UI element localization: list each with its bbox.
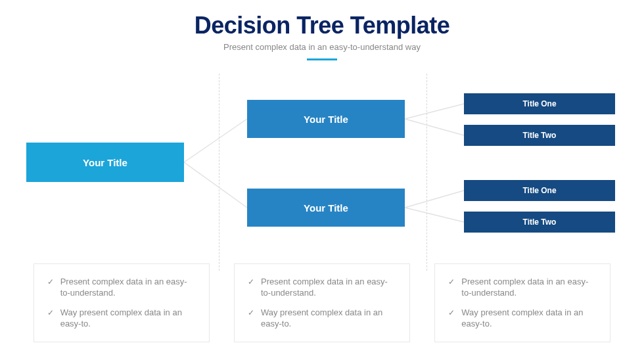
slide-subtitle: Present complex data in an easy-to-under…	[0, 42, 644, 52]
node-label: Your Title	[83, 157, 127, 168]
node-label: Title One	[522, 99, 556, 108]
tree-leaf-node: Title One	[464, 93, 615, 114]
list-item-text: Present complex data in an easy-to-under…	[261, 276, 396, 299]
node-label: Your Title	[304, 114, 348, 125]
tree-root-node: Your Title	[26, 143, 184, 182]
slide-header: Decision Tree Template Present complex d…	[0, 0, 644, 60]
list-item-text: Present complex data in an easy-to-under…	[60, 276, 196, 299]
check-icon: ✓	[248, 307, 254, 318]
list-item: ✓ Way present complex data in an easy-to…	[448, 307, 597, 330]
svg-line-4	[405, 191, 464, 208]
svg-line-1	[184, 162, 247, 208]
tree-leaf-node: Title One	[464, 180, 615, 201]
footer-box: ✓ Present complex data in an easy-to-und…	[34, 263, 210, 342]
list-item: ✓ Present complex data in an easy-to-und…	[248, 276, 396, 299]
svg-line-3	[405, 119, 464, 135]
tree-leaf-node: Title Two	[464, 125, 615, 146]
check-icon: ✓	[448, 277, 455, 287]
tree-leaf-node: Title Two	[464, 212, 615, 233]
footer-columns: ✓ Present complex data in an easy-to-und…	[0, 263, 644, 342]
accent-divider	[307, 58, 337, 60]
list-item-text: Present complex data in an easy-to-under…	[461, 276, 597, 299]
svg-line-2	[405, 104, 464, 119]
svg-line-0	[184, 119, 247, 162]
node-label: Title One	[522, 186, 556, 195]
tree-branch-node: Your Title	[247, 100, 405, 138]
list-item: ✓ Present complex data in an easy-to-und…	[448, 276, 597, 299]
check-icon: ✓	[448, 307, 455, 318]
tree-branch-node: Your Title	[247, 189, 405, 227]
footer-box: ✓ Present complex data in an easy-to-und…	[234, 263, 410, 342]
list-item-text: Way present complex data in an easy-to.	[261, 307, 396, 330]
list-item-text: Way present complex data in an easy-to.	[461, 307, 597, 330]
footer-box: ✓ Present complex data in an easy-to-und…	[434, 263, 610, 342]
list-item-text: Way present complex data in an easy-to.	[60, 307, 196, 330]
check-icon: ✓	[248, 277, 254, 287]
decision-tree-diagram: Your Title Your Title Your Title Title O…	[0, 74, 644, 271]
slide-title: Decision Tree Template	[0, 12, 644, 39]
column-divider	[219, 74, 219, 271]
node-label: Your Title	[304, 202, 348, 214]
node-label: Title Two	[523, 131, 557, 140]
list-item: ✓ Way present complex data in an easy-to…	[47, 307, 196, 330]
check-icon: ✓	[47, 277, 54, 287]
check-icon: ✓	[47, 307, 54, 318]
svg-line-5	[405, 208, 464, 222]
column-divider	[426, 74, 427, 271]
list-item: ✓ Present complex data in an easy-to-und…	[47, 276, 196, 299]
list-item: ✓ Way present complex data in an easy-to…	[248, 307, 396, 330]
node-label: Title Two	[523, 217, 557, 227]
